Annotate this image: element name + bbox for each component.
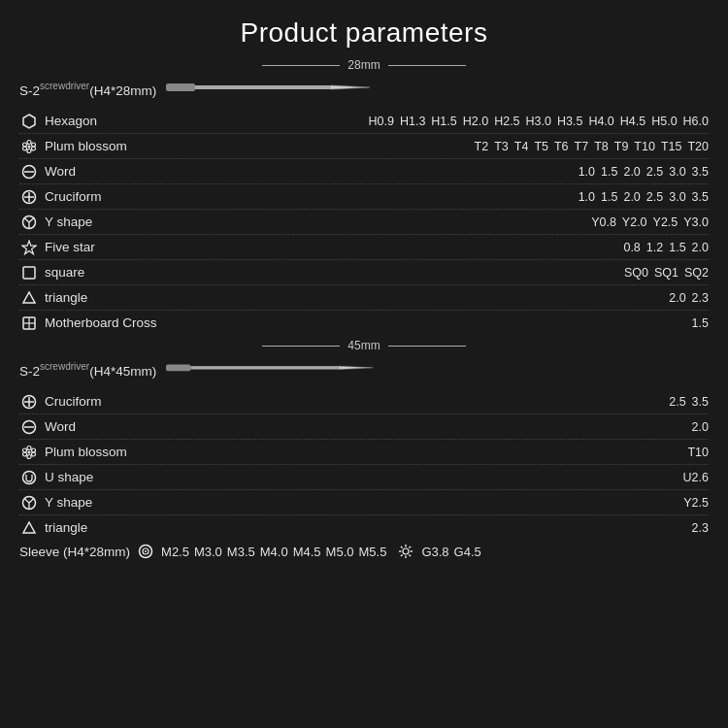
svg-marker-22 (22, 241, 36, 254)
minus-icon (19, 162, 39, 182)
value-item: Y2.5 (653, 215, 678, 229)
param-row-28mm-hexagon: HexagonH0.9H1.3H1.5H2.0H2.5H3.0H3.5H4.0H… (19, 109, 709, 134)
hexagon-icon (19, 112, 39, 131)
value-item: SQ2 (684, 266, 709, 280)
row-values: SQ0SQ1SQ2 (204, 266, 709, 280)
s2-label-28: S-2screwdriver(H4*28mm) (19, 81, 156, 98)
svg-line-49 (29, 498, 34, 503)
value-item: 1.5 (669, 241, 685, 254)
svg-point-8 (32, 147, 36, 150)
param-row-45mm-u-shape: U shapeU2.6 (19, 465, 709, 490)
row-label: Word (45, 419, 76, 434)
row-label: Plum blossom (45, 445, 127, 459)
svg-rect-28 (166, 364, 190, 371)
value-item: 2.5 (646, 190, 663, 204)
param-row-28mm-plum-blossom: Plum blossomT2T3T4T5T6T7T8T9T10T15T20 (19, 134, 709, 159)
svg-marker-50 (23, 522, 35, 533)
value-item: 1.5 (692, 316, 709, 330)
svg-marker-5 (23, 115, 35, 128)
value-item: 3.0 (669, 190, 685, 204)
row-label: Hexagon (45, 114, 97, 128)
main-container: Product parameters 28mm S-2screwdriver(H… (0, 0, 728, 728)
plus-circle-icon (19, 187, 39, 207)
sleeve-value-item: M5.5 (358, 545, 386, 559)
plum-icon (19, 443, 39, 462)
value-item: 2.5 (669, 395, 685, 409)
value-item: T15 (661, 140, 682, 153)
screwdriver-28mm-svg (166, 76, 380, 97)
s2-row-45mm: S-2screwdriver(H4*45mm) (19, 354, 709, 385)
row-left: triangle (19, 288, 204, 308)
value-item: 3.5 (692, 190, 709, 204)
value-item: 2.3 (692, 291, 709, 305)
sleeve-values-left: M2.5M3.0M3.5M4.0M4.5M5.0M5.5 (161, 545, 386, 559)
row-values: T10 (204, 446, 709, 459)
value-item: 1.2 (646, 241, 663, 254)
row-left: U shape (19, 468, 204, 487)
value-item: 2.0 (692, 420, 709, 434)
mm-line-right (388, 65, 466, 66)
value-item: H3.0 (526, 115, 551, 128)
svg-point-10 (23, 147, 27, 150)
row-label: Five star (45, 240, 95, 254)
row-label: Word (45, 164, 76, 179)
value-item: H1.3 (400, 115, 425, 128)
value-item: T6 (554, 140, 569, 153)
value-item: Y2.0 (622, 215, 647, 229)
svg-line-20 (24, 217, 29, 222)
y-shape-icon (19, 213, 39, 232)
param-row-45mm-plum-blossom: Plum blossomT10 (19, 440, 709, 465)
row-values: 0.81.21.52.0 (204, 241, 709, 254)
param-row-28mm-cruciform: Cruciform1.01.52.02.53.03.5 (19, 184, 709, 210)
svg-point-53 (145, 550, 147, 552)
mm-text-45: 45mm (340, 339, 387, 352)
plus-circle-icon (19, 392, 39, 412)
svg-point-41 (27, 454, 31, 458)
row-label: Plum blossom (45, 139, 127, 153)
param-row-28mm-square: squareSQ0SQ1SQ2 (19, 260, 709, 285)
row-label: triangle (45, 290, 87, 305)
screwdriver-28mm-img (166, 76, 380, 97)
param-row-28mm-word: Word1.01.52.02.53.03.5 (19, 159, 709, 184)
svg-point-40 (32, 452, 36, 456)
svg-point-6 (27, 140, 31, 144)
y-shape-icon (19, 493, 39, 513)
svg-marker-30 (339, 366, 374, 369)
row-values: T2T3T4T5T6T7T8T9T10T15T20 (204, 140, 709, 153)
row-values: H0.9H1.3H1.5H2.0H2.5H3.0H3.5H4.0H4.5H5.0… (204, 115, 709, 128)
row-values: U2.6 (204, 471, 709, 484)
rows-28mm: HexagonH0.9H1.3H1.5H2.0H2.5H3.0H3.5H4.0H… (19, 109, 709, 335)
row-label: square (45, 265, 84, 280)
sleeve-value-item: M4.0 (260, 545, 288, 559)
param-row-45mm-triangle: triangle2.3 (19, 515, 709, 540)
row-values: 2.53.5 (204, 395, 709, 409)
row-left: Word (19, 417, 204, 437)
plum-icon (19, 137, 39, 156)
param-row-45mm-word: Word2.0 (19, 414, 709, 440)
screwdriver-45mm-svg (166, 356, 380, 378)
svg-line-21 (29, 217, 34, 222)
value-item: T10 (634, 140, 655, 153)
svg-rect-29 (191, 366, 339, 369)
svg-rect-0 (166, 83, 195, 91)
svg-line-62 (401, 554, 403, 556)
sleeve-value-item: M5.0 (326, 545, 354, 559)
row-values: 1.5 (204, 316, 709, 330)
screwdriver-45mm-img (166, 356, 380, 378)
row-values: 1.01.52.02.53.03.5 (204, 165, 709, 179)
svg-line-61 (410, 546, 412, 548)
svg-line-60 (410, 554, 412, 556)
sleeve-label: Sleeve (H4*28mm) (19, 545, 130, 559)
value-item: H2.5 (494, 115, 519, 128)
sleeve-value-item: M2.5 (161, 545, 189, 559)
value-item: 2.3 (692, 521, 709, 535)
value-item: T3 (494, 140, 509, 153)
svg-point-42 (23, 452, 27, 456)
sleeve-section: Sleeve (H4*28mm)M2.5M3.0M3.5M4.0M4.5M5.0… (19, 544, 709, 559)
sleeve-value-item: G3.8 (421, 545, 448, 559)
param-row-28mm-triangle: triangle2.02.3 (19, 285, 709, 311)
value-item: T2 (475, 140, 489, 153)
value-item: H0.9 (369, 115, 394, 128)
five-star-icon (19, 238, 39, 257)
row-label: Cruciform (45, 189, 102, 204)
